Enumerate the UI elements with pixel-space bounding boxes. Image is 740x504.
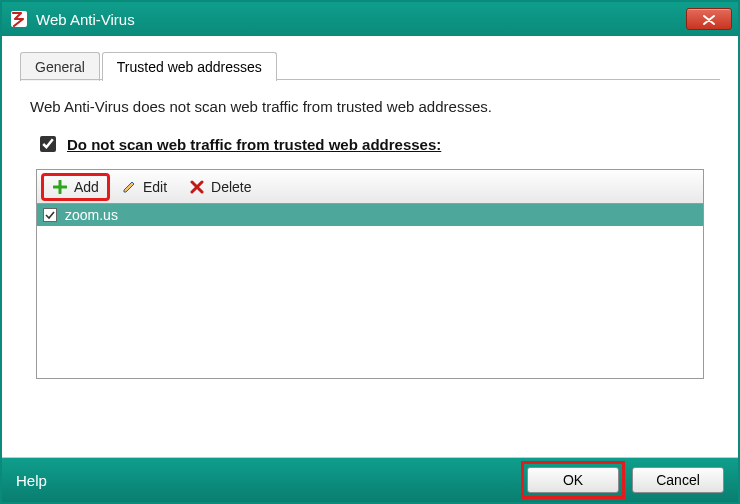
tab-trusted-label: Trusted web addresses — [117, 59, 262, 75]
delete-button-label: Delete — [211, 179, 251, 195]
trusted-list-container: Add Edit — [36, 169, 704, 379]
add-button-label: Add — [74, 179, 99, 195]
tab-general-label: General — [35, 59, 85, 75]
ok-button-label: OK — [563, 472, 583, 488]
help-link[interactable]: Help — [16, 472, 514, 489]
tab-body: Web Anti-Virus does not scan web traffic… — [20, 80, 720, 379]
ok-highlight: OK — [524, 464, 622, 496]
window-title: Web Anti-Virus — [36, 11, 686, 28]
do-not-scan-label[interactable]: Do not scan web traffic from trusted web… — [67, 136, 441, 153]
description-text: Web Anti-Virus does not scan web traffic… — [30, 98, 710, 115]
pencil-icon — [121, 179, 137, 195]
client-area: General Trusted web addresses Web Anti-V… — [2, 36, 738, 458]
close-icon — [703, 11, 715, 28]
tab-general[interactable]: General — [20, 52, 100, 81]
web-antivirus-window: Web Anti-Virus General Trusted web addre… — [0, 0, 740, 504]
trusted-list[interactable]: zoom.us — [37, 204, 703, 378]
add-button[interactable]: Add — [43, 175, 108, 199]
edit-button[interactable]: Edit — [112, 175, 176, 199]
tab-strip: General Trusted web addresses — [20, 50, 720, 80]
edit-button-label: Edit — [143, 179, 167, 195]
list-item[interactable]: zoom.us — [37, 204, 703, 226]
delete-button[interactable]: Delete — [180, 175, 260, 199]
cancel-button[interactable]: Cancel — [632, 467, 724, 493]
tab-trusted-addresses[interactable]: Trusted web addresses — [102, 52, 277, 81]
list-item-label: zoom.us — [65, 207, 118, 223]
ok-button[interactable]: OK — [527, 467, 619, 493]
do-not-scan-checkbox[interactable] — [40, 136, 56, 152]
list-toolbar: Add Edit — [37, 170, 703, 204]
footer-bar: Help OK Cancel — [2, 458, 738, 502]
cancel-button-label: Cancel — [656, 472, 700, 488]
plus-icon — [52, 179, 68, 195]
app-icon — [10, 10, 28, 28]
delete-x-icon — [189, 179, 205, 195]
list-item-checkbox[interactable] — [43, 208, 57, 222]
close-button[interactable] — [686, 8, 732, 30]
do-not-scan-row: Do not scan web traffic from trusted web… — [36, 133, 710, 155]
titlebar: Web Anti-Virus — [2, 2, 738, 36]
